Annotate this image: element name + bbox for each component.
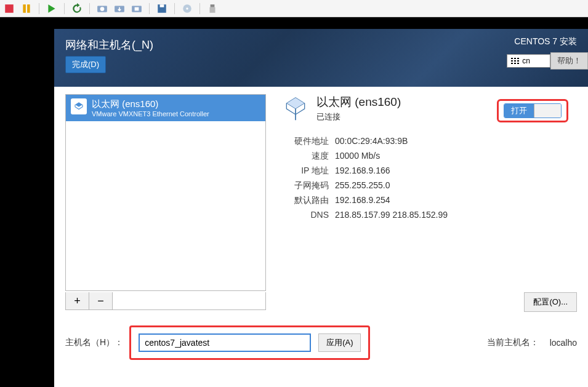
configure-button[interactable]: 配置(O)... [524,292,577,312]
keyboard-indicator[interactable]: cn [507,54,550,68]
help-button[interactable]: 帮助！ [550,52,588,70]
hostname-highlight: 应用(A) [129,325,370,360]
usb-icon[interactable] [207,3,218,14]
nic-panel: 以太网 (ens160) VMware VMXNET3 Ethernet Con… [65,94,266,310]
row-gw: 默认路由192.168.9.254 [282,195,577,206]
row-mask: 子网掩码255.255.255.0 [282,180,577,191]
keyboard-icon [511,58,520,64]
detail-rows: 硬件地址00:0C:29:4A:93:9B 速度10000 Mb/s IP 地址… [282,136,577,220]
current-hostname-label: 当前主机名： [487,337,539,348]
snapshot-mgr-icon[interactable] [131,3,142,14]
snapshot-save-icon[interactable] [114,3,125,14]
svg-rect-0 [5,4,14,13]
cd-icon[interactable] [182,3,193,14]
installer-window: 网络和主机名(_N) 完成(D) CENTOS 7 安装 cn 帮助！ 以太网 … [54,29,588,387]
hostname-row: 主机名（H）： 应用(A) 当前主机名： localho [65,325,577,360]
installer-header: 网络和主机名(_N) 完成(D) CENTOS 7 安装 cn 帮助！ [54,29,588,87]
hostname-input[interactable] [139,333,311,352]
nic-item-subtitle: VMware VMXNET3 Ethernet Controller [92,110,209,118]
row-mac: 硬件地址00:0C:29:4A:93:9B [282,136,577,147]
svg-point-12 [186,7,188,9]
nic-item-title: 以太网 (ens160) [92,98,209,110]
nic-item-ens160[interactable]: 以太网 (ens160) VMware VMXNET3 Ethernet Con… [66,95,265,121]
svg-rect-8 [135,7,139,10]
svg-rect-2 [27,4,30,13]
stop-icon[interactable] [4,3,15,14]
camera-icon[interactable] [97,3,108,14]
vm-toolbar [0,0,588,17]
toggle-highlight: 打开 [497,99,568,122]
svg-marker-3 [48,4,55,13]
remove-nic-button[interactable]: − [89,292,113,309]
detail-status: 已连接 [316,111,401,122]
pause-icon[interactable] [21,3,32,14]
play-icon[interactable] [46,3,57,14]
nic-detail: 以太网 (ens160) 已连接 打开 硬件地址00:0C:29:4A:93:9… [282,94,577,223]
toggle-knob [534,104,561,118]
svg-rect-14 [210,7,215,12]
page-title: 网络和主机名(_N) [65,38,577,52]
current-hostname-value: localho [550,338,577,348]
done-button[interactable]: 完成(D) [65,56,106,73]
ethernet-large-icon [282,94,309,121]
row-dns: DNS218.85.157.99 218.85.152.99 [282,210,577,220]
nic-list[interactable]: 以太网 (ens160) VMware VMXNET3 Ethernet Con… [65,94,266,291]
hostname-label: 主机名（H）： [65,337,123,348]
apply-button[interactable]: 应用(A) [318,333,361,352]
brand-label: CENTOS 7 安装 [507,36,577,47]
svg-point-5 [100,7,105,11]
svg-rect-1 [23,4,26,13]
installer-body: 以太网 (ens160) VMware VMXNET3 Ethernet Con… [54,87,588,387]
svg-rect-10 [160,4,164,7]
svg-rect-13 [211,4,215,7]
toggle-on-label: 打开 [504,104,534,118]
connection-toggle[interactable]: 打开 [504,103,562,118]
row-ip: IP 地址192.168.9.166 [282,166,577,177]
floppy-icon[interactable] [156,3,167,14]
ethernet-icon [71,98,87,114]
row-speed: 速度10000 Mb/s [282,151,577,162]
detail-title: 以太网 (ens160) [316,94,401,110]
add-nic-button[interactable]: + [66,292,89,309]
refresh-icon[interactable] [71,3,83,14]
